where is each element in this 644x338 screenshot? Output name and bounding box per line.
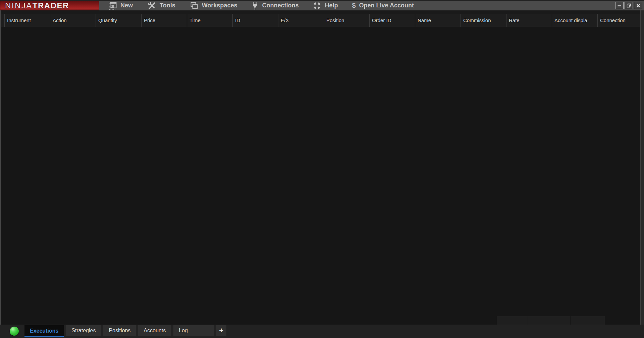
column-header-instrument[interactable]: Instrument — [4, 14, 50, 27]
connection-status-indicator — [10, 327, 19, 336]
menu-item-workspaces-label: Workspaces — [202, 2, 237, 9]
executions-panel: Instrument Action Quantity Price Time ID… — [0, 10, 644, 325]
tab-executions[interactable]: Executions — [24, 325, 64, 337]
column-header-quantity[interactable]: Quantity — [96, 14, 141, 27]
close-button[interactable] — [634, 2, 642, 9]
menu-item-connections[interactable]: Connections — [244, 1, 306, 10]
new-window-icon — [108, 1, 117, 10]
column-header-connection[interactable]: Connection — [597, 14, 644, 27]
restore-icon — [627, 3, 631, 8]
menu-item-help[interactable]: Help — [306, 1, 345, 10]
minimize-icon — [617, 4, 622, 7]
tools-icon — [147, 1, 156, 10]
bottom-tab-strip: Executions Strategies Positions Accounts… — [0, 325, 644, 338]
ninjatrader-logo: NINJATRADER — [0, 1, 99, 10]
brand-name-bold: TRADER — [33, 1, 69, 10]
menu-item-new-label: New — [120, 2, 133, 9]
lifebuoy-icon — [313, 1, 321, 10]
menu-items: New Tools Workspaces — [101, 1, 421, 10]
column-header-order-id[interactable]: Order ID — [369, 14, 415, 27]
column-header-action[interactable]: Action — [50, 14, 96, 27]
tabs: Executions Strategies Positions Accounts… — [24, 325, 226, 338]
grid-header-spacer — [1, 14, 4, 27]
add-tab-button[interactable]: + — [216, 325, 226, 336]
column-header-commission[interactable]: Commission — [461, 14, 506, 27]
grid-column-headers: Instrument Action Quantity Price Time ID… — [1, 14, 644, 27]
header-gap — [1, 10, 644, 14]
ninjatrader-control-center: NINJATRADER New — [0, 0, 644, 338]
window-controls — [615, 2, 642, 9]
menu-item-connections-label: Connections — [262, 2, 299, 9]
column-header-name[interactable]: Name — [415, 14, 461, 27]
ghost-panel — [571, 316, 605, 325]
plug-icon — [251, 1, 259, 10]
restore-button[interactable] — [625, 2, 633, 9]
column-header-id[interactable]: ID — [232, 14, 278, 27]
menu-item-tools-label: Tools — [160, 2, 175, 9]
dollar-icon: $ — [352, 2, 356, 9]
window-right-border — [640, 10, 641, 325]
ghost-panel — [497, 316, 528, 325]
brand-name-light: NINJA — [5, 1, 33, 10]
menu-item-open-live-account-label: Open Live Account — [359, 2, 414, 9]
tab-accounts[interactable]: Accounts — [138, 325, 171, 336]
column-header-price[interactable]: Price — [141, 14, 187, 27]
menu-item-workspaces[interactable]: Workspaces — [182, 1, 245, 10]
tab-positions[interactable]: Positions — [103, 325, 136, 336]
ghost-panel — [528, 316, 570, 325]
menu-item-tools[interactable]: Tools — [140, 1, 182, 10]
minimize-button[interactable] — [615, 2, 624, 9]
tab-strategies[interactable]: Strategies — [66, 325, 101, 336]
menu-item-new[interactable]: New — [101, 1, 140, 10]
plus-icon: + — [219, 326, 223, 335]
column-header-ex[interactable]: E/X — [278, 14, 324, 27]
column-header-position[interactable]: Position — [324, 14, 369, 27]
menu-bar: NINJATRADER New — [0, 0, 644, 10]
close-icon — [636, 4, 640, 8]
window-right-margin — [641, 10, 644, 325]
column-header-account-display[interactable]: Account displa — [552, 14, 597, 27]
grid-body-empty[interactable] — [1, 27, 644, 325]
menu-item-help-label: Help — [325, 2, 338, 9]
workspaces-icon — [190, 1, 199, 10]
tab-log[interactable]: Log — [173, 325, 214, 336]
column-header-rate[interactable]: Rate — [506, 14, 552, 27]
column-header-time[interactable]: Time — [187, 14, 232, 27]
menu-item-open-live-account[interactable]: $ Open Live Account — [345, 1, 421, 10]
